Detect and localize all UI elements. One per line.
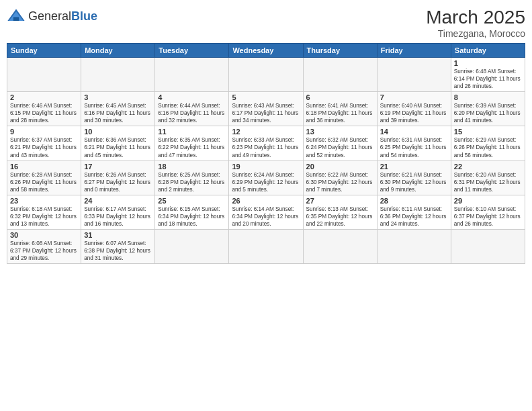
calendar-cell: 28Sunrise: 6:11 AM Sunset: 6:36 PM Dayli… — [377, 195, 451, 229]
day-number: 4 — [158, 93, 226, 101]
day-number: 2 — [10, 93, 78, 101]
day-info: Sunrise: 6:07 AM Sunset: 6:38 PM Dayligh… — [84, 240, 152, 262]
calendar-cell: 10Sunrise: 6:36 AM Sunset: 6:21 PM Dayli… — [81, 126, 155, 161]
svg-rect-2 — [13, 17, 19, 21]
calendar-cell: 31Sunrise: 6:07 AM Sunset: 6:38 PM Dayli… — [81, 229, 155, 263]
day-info: Sunrise: 6:29 AM Sunset: 6:26 PM Dayligh… — [454, 136, 522, 158]
calendar-cell: 4Sunrise: 6:44 AM Sunset: 6:16 PM Daylig… — [155, 92, 229, 126]
calendar-cell: 21Sunrise: 6:21 AM Sunset: 6:30 PM Dayli… — [377, 161, 451, 195]
calendar-cell: 14Sunrise: 6:31 AM Sunset: 6:25 PM Dayli… — [377, 126, 451, 161]
day-info: Sunrise: 6:13 AM Sunset: 6:35 PM Dayligh… — [306, 205, 374, 228]
header-wednesday: Wednesday — [229, 44, 303, 58]
day-info: Sunrise: 6:33 AM Sunset: 6:23 PM Dayligh… — [232, 136, 300, 158]
day-number: 3 — [84, 93, 152, 101]
header-friday: Friday — [377, 44, 451, 58]
day-info: Sunrise: 6:35 AM Sunset: 6:22 PM Dayligh… — [158, 136, 226, 158]
header-sunday: Sunday — [7, 44, 81, 58]
day-number: 7 — [380, 93, 448, 101]
header-monday: Monday — [81, 44, 155, 58]
calendar-cell — [451, 229, 525, 263]
day-info: Sunrise: 6:08 AM Sunset: 6:37 PM Dayligh… — [10, 240, 78, 262]
main-title: March 2025 — [426, 7, 525, 28]
day-info: Sunrise: 6:17 AM Sunset: 6:33 PM Dayligh… — [84, 205, 152, 228]
day-info: Sunrise: 6:22 AM Sunset: 6:30 PM Dayligh… — [306, 171, 374, 193]
day-number: 20 — [306, 163, 374, 171]
calendar-cell: 12Sunrise: 6:33 AM Sunset: 6:23 PM Dayli… — [229, 126, 303, 161]
calendar-cell: 23Sunrise: 6:18 AM Sunset: 6:32 PM Dayli… — [7, 195, 81, 229]
header: GeneralBlue March 2025 Timezgana, Morocc… — [7, 7, 525, 39]
calendar-week-row: 16Sunrise: 6:28 AM Sunset: 6:26 PM Dayli… — [7, 161, 525, 195]
day-info: Sunrise: 6:24 AM Sunset: 6:29 PM Dayligh… — [232, 171, 300, 193]
calendar-cell: 27Sunrise: 6:13 AM Sunset: 6:35 PM Dayli… — [303, 195, 377, 229]
calendar-cell: 13Sunrise: 6:32 AM Sunset: 6:24 PM Dayli… — [303, 126, 377, 161]
day-info: Sunrise: 6:39 AM Sunset: 6:20 PM Dayligh… — [454, 102, 522, 124]
day-info: Sunrise: 6:31 AM Sunset: 6:25 PM Dayligh… — [380, 136, 448, 158]
calendar-cell: 30Sunrise: 6:08 AM Sunset: 6:37 PM Dayli… — [7, 229, 81, 263]
day-info: Sunrise: 6:43 AM Sunset: 6:17 PM Dayligh… — [232, 102, 300, 124]
day-number: 8 — [454, 93, 522, 101]
day-info: Sunrise: 6:18 AM Sunset: 6:32 PM Dayligh… — [10, 205, 78, 228]
calendar-cell: 11Sunrise: 6:35 AM Sunset: 6:22 PM Dayli… — [155, 126, 229, 161]
day-info: Sunrise: 6:40 AM Sunset: 6:19 PM Dayligh… — [380, 102, 448, 124]
day-number: 18 — [158, 163, 226, 171]
day-info: Sunrise: 6:25 AM Sunset: 6:28 PM Dayligh… — [158, 171, 226, 193]
calendar-cell: 9Sunrise: 6:37 AM Sunset: 6:21 PM Daylig… — [7, 126, 81, 161]
calendar-cell: 22Sunrise: 6:20 AM Sunset: 6:31 PM Dayli… — [451, 161, 525, 195]
calendar-cell: 3Sunrise: 6:45 AM Sunset: 6:16 PM Daylig… — [81, 92, 155, 126]
calendar-cell: 2Sunrise: 6:46 AM Sunset: 6:15 PM Daylig… — [7, 92, 81, 126]
day-info: Sunrise: 6:10 AM Sunset: 6:37 PM Dayligh… — [454, 205, 522, 228]
day-info: Sunrise: 6:14 AM Sunset: 6:34 PM Dayligh… — [232, 205, 300, 228]
calendar-week-row: 30Sunrise: 6:08 AM Sunset: 6:37 PM Dayli… — [7, 229, 525, 263]
subtitle: Timezgana, Morocco — [426, 28, 525, 39]
calendar-cell — [229, 58, 303, 92]
logo-text: GeneralBlue — [28, 9, 97, 24]
page: GeneralBlue March 2025 Timezgana, Morocc… — [0, 0, 532, 411]
day-number: 5 — [232, 93, 300, 101]
day-info: Sunrise: 6:46 AM Sunset: 6:15 PM Dayligh… — [10, 102, 78, 124]
calendar-cell — [7, 58, 81, 92]
header-thursday: Thursday — [303, 44, 377, 58]
day-number: 31 — [84, 231, 152, 239]
calendar-cell — [303, 229, 377, 263]
day-number: 15 — [454, 128, 522, 136]
day-number: 19 — [232, 163, 300, 171]
day-number: 23 — [10, 197, 78, 205]
day-number: 16 — [10, 163, 78, 171]
day-number: 10 — [84, 128, 152, 136]
day-info: Sunrise: 6:41 AM Sunset: 6:18 PM Dayligh… — [306, 102, 374, 124]
day-number: 30 — [10, 231, 78, 239]
day-number: 9 — [10, 128, 78, 136]
calendar-cell — [155, 58, 229, 92]
calendar-cell: 16Sunrise: 6:28 AM Sunset: 6:26 PM Dayli… — [7, 161, 81, 195]
day-info: Sunrise: 6:21 AM Sunset: 6:30 PM Dayligh… — [380, 171, 448, 193]
day-number: 28 — [380, 197, 448, 205]
calendar-table: Sunday Monday Tuesday Wednesday Thursday… — [7, 43, 525, 264]
day-number: 13 — [306, 128, 374, 136]
day-number: 24 — [84, 197, 152, 205]
day-number: 6 — [306, 93, 374, 101]
calendar-week-row: 23Sunrise: 6:18 AM Sunset: 6:32 PM Dayli… — [7, 195, 525, 229]
calendar-cell: 17Sunrise: 6:26 AM Sunset: 6:27 PM Dayli… — [81, 161, 155, 195]
day-number: 27 — [306, 197, 374, 205]
calendar-cell — [377, 229, 451, 263]
day-info: Sunrise: 6:48 AM Sunset: 6:14 PM Dayligh… — [454, 68, 522, 90]
header-tuesday: Tuesday — [155, 44, 229, 58]
calendar-week-row: 2Sunrise: 6:46 AM Sunset: 6:15 PM Daylig… — [7, 92, 525, 126]
day-info: Sunrise: 6:20 AM Sunset: 6:31 PM Dayligh… — [454, 171, 522, 193]
calendar-cell: 29Sunrise: 6:10 AM Sunset: 6:37 PM Dayli… — [451, 195, 525, 229]
calendar-cell: 26Sunrise: 6:14 AM Sunset: 6:34 PM Dayli… — [229, 195, 303, 229]
calendar-week-row: 9Sunrise: 6:37 AM Sunset: 6:21 PM Daylig… — [7, 126, 525, 161]
day-number: 22 — [454, 163, 522, 171]
day-info: Sunrise: 6:32 AM Sunset: 6:24 PM Dayligh… — [306, 136, 374, 158]
calendar-cell — [303, 58, 377, 92]
calendar-cell — [155, 229, 229, 263]
calendar-cell: 5Sunrise: 6:43 AM Sunset: 6:17 PM Daylig… — [229, 92, 303, 126]
calendar-cell — [81, 58, 155, 92]
day-info: Sunrise: 6:11 AM Sunset: 6:36 PM Dayligh… — [380, 205, 448, 228]
day-info: Sunrise: 6:44 AM Sunset: 6:16 PM Dayligh… — [158, 102, 226, 124]
calendar-week-row: 1Sunrise: 6:48 AM Sunset: 6:14 PM Daylig… — [7, 58, 525, 92]
weekday-header-row: Sunday Monday Tuesday Wednesday Thursday… — [7, 44, 525, 58]
day-number: 17 — [84, 163, 152, 171]
logo: GeneralBlue — [7, 7, 97, 26]
calendar-cell: 15Sunrise: 6:29 AM Sunset: 6:26 PM Dayli… — [451, 126, 525, 161]
